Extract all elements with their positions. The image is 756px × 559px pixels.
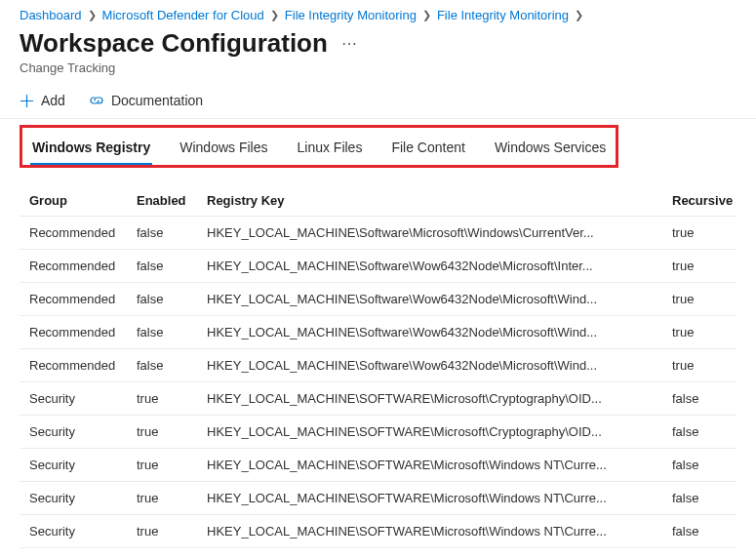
breadcrumb-item[interactable]: File Integrity Monitoring (437, 8, 569, 22)
cell-group: Security (20, 449, 127, 482)
column-header-enabled[interactable]: Enabled (127, 185, 197, 217)
cell-enabled: true (127, 416, 197, 449)
cell-regkey: HKEY_LOCAL_MACHINE\Software\Wow6432Node\… (197, 349, 662, 382)
cell-recursive: true (662, 250, 736, 283)
cell-regkey: HKEY_LOCAL_MACHINE\SOFTWARE\Microsoft\Wi… (197, 482, 662, 515)
cell-enabled: true (127, 548, 197, 560)
cell-enabled: false (127, 316, 197, 349)
cell-enabled: false (127, 250, 197, 283)
cell-group: Security (20, 482, 127, 515)
table-row[interactable]: SecuritytrueHKEY_LOCAL_MACHINE\SOFTWARE\… (20, 449, 736, 482)
cell-enabled: false (127, 283, 197, 316)
page-title: Workspace Configuration (20, 28, 328, 59)
tab-windows-services[interactable]: Windows Services (493, 134, 608, 165)
documentation-button[interactable]: Documentation (89, 93, 203, 108)
cell-group: Recommended (20, 349, 127, 382)
cell-regkey: HKEY_LOCAL_MACHINE\SOFTWARE\Microsoft\Wi… (197, 548, 662, 560)
toolbar: Add Documentation (20, 93, 736, 118)
cell-group: Security (20, 515, 127, 548)
cell-recursive: true (662, 316, 736, 349)
cell-regkey: HKEY_LOCAL_MACHINE\Software\Microsoft\Wi… (197, 217, 662, 250)
breadcrumb-item[interactable]: File Integrity Monitoring (285, 8, 417, 22)
table-row[interactable]: RecommendedfalseHKEY_LOCAL_MACHINE\Softw… (20, 316, 736, 349)
cell-recursive: false (662, 416, 736, 449)
tab-windows-registry[interactable]: Windows Registry (30, 134, 152, 165)
cell-enabled: true (127, 449, 197, 482)
cell-regkey: HKEY_LOCAL_MACHINE\Software\Wow6432Node\… (197, 250, 662, 283)
cell-recursive: true (662, 283, 736, 316)
table-row[interactable]: SecuritytrueHKEY_LOCAL_MACHINE\SOFTWARE\… (20, 548, 736, 560)
cell-group: Recommended (20, 283, 127, 316)
cell-recursive: false (662, 382, 736, 416)
tab-file-content[interactable]: File Content (389, 134, 466, 165)
tab-list: Windows Registry Windows Files Linux Fil… (20, 125, 618, 168)
cell-recursive: false (662, 449, 736, 482)
divider (0, 118, 756, 119)
cell-regkey: HKEY_LOCAL_MACHINE\Software\Wow6432Node\… (197, 283, 662, 316)
cell-recursive: true (662, 349, 736, 382)
table-row[interactable]: RecommendedfalseHKEY_LOCAL_MACHINE\Softw… (20, 283, 736, 316)
cell-regkey: HKEY_LOCAL_MACHINE\SOFTWARE\Microsoft\Wi… (197, 515, 662, 548)
chevron-right-icon: ❯ (270, 9, 279, 21)
cell-enabled: true (127, 515, 197, 548)
registry-table: Group Enabled Registry Key Recursive Rec… (20, 185, 736, 559)
cell-group: Recommended (20, 250, 127, 283)
tab-windows-files[interactable]: Windows Files (178, 134, 269, 165)
table-row[interactable]: SecuritytrueHKEY_LOCAL_MACHINE\SOFTWARE\… (20, 416, 736, 449)
column-header-recursive[interactable]: Recursive (662, 185, 736, 217)
table-row[interactable]: RecommendedfalseHKEY_LOCAL_MACHINE\Softw… (20, 217, 736, 250)
cell-enabled: true (127, 382, 197, 416)
breadcrumb-item[interactable]: Dashboard (20, 8, 82, 22)
cell-enabled: true (127, 482, 197, 515)
more-actions-button[interactable]: ⋯ (341, 34, 357, 53)
cell-enabled: false (127, 217, 197, 250)
cell-enabled: false (127, 349, 197, 382)
chevron-right-icon: ❯ (575, 9, 583, 21)
cell-group: Security (20, 548, 127, 560)
cell-group: Security (20, 382, 127, 416)
cell-recursive: true (662, 217, 736, 250)
table-row[interactable]: SecuritytrueHKEY_LOCAL_MACHINE\SOFTWARE\… (20, 482, 736, 515)
cell-recursive: false (662, 548, 736, 560)
table-row[interactable]: SecuritytrueHKEY_LOCAL_MACHINE\SOFTWARE\… (20, 382, 736, 416)
cell-group: Recommended (20, 316, 127, 349)
page-subtitle: Change Tracking (20, 60, 736, 75)
column-header-group[interactable]: Group (20, 185, 127, 217)
cell-recursive: false (662, 482, 736, 515)
plus-icon (20, 94, 34, 108)
table-row[interactable]: RecommendedfalseHKEY_LOCAL_MACHINE\Softw… (20, 250, 736, 283)
cell-regkey: HKEY_LOCAL_MACHINE\Software\Wow6432Node\… (197, 316, 662, 349)
chevron-right-icon: ❯ (422, 9, 431, 21)
cell-recursive: false (662, 515, 736, 548)
cell-regkey: HKEY_LOCAL_MACHINE\SOFTWARE\Microsoft\Cr… (197, 416, 662, 449)
table-row[interactable]: RecommendedfalseHKEY_LOCAL_MACHINE\Softw… (20, 349, 736, 382)
table-header-row: Group Enabled Registry Key Recursive (20, 185, 736, 217)
table-row[interactable]: SecuritytrueHKEY_LOCAL_MACHINE\SOFTWARE\… (20, 515, 736, 548)
add-button[interactable]: Add (20, 93, 65, 108)
documentation-button-label: Documentation (111, 93, 203, 108)
cell-group: Recommended (20, 217, 127, 250)
cell-group: Security (20, 416, 127, 449)
cell-regkey: HKEY_LOCAL_MACHINE\SOFTWARE\Microsoft\Cr… (197, 382, 662, 416)
add-button-label: Add (41, 93, 65, 108)
cell-regkey: HKEY_LOCAL_MACHINE\SOFTWARE\Microsoft\Wi… (197, 449, 662, 482)
column-header-registry-key[interactable]: Registry Key (197, 185, 662, 217)
chevron-right-icon: ❯ (88, 9, 97, 21)
link-icon (89, 93, 104, 108)
breadcrumb: Dashboard ❯ Microsoft Defender for Cloud… (20, 8, 736, 22)
breadcrumb-item[interactable]: Microsoft Defender for Cloud (102, 8, 264, 22)
tab-linux-files[interactable]: Linux Files (295, 134, 364, 165)
